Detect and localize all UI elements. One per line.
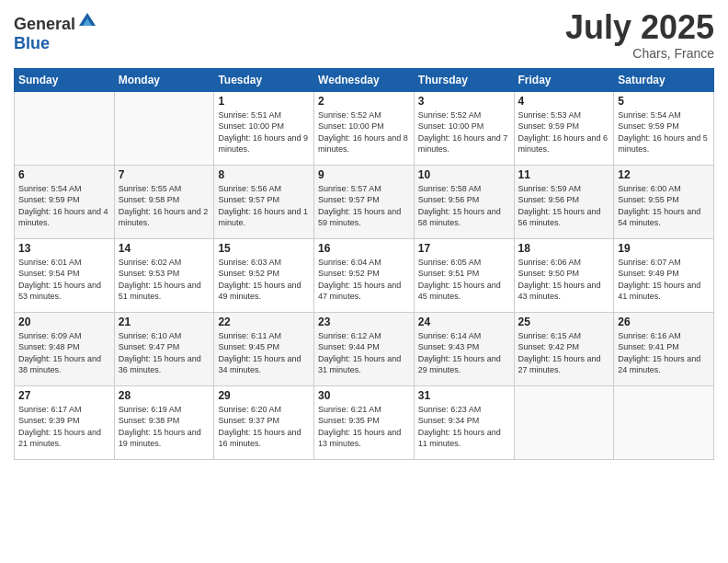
table-row: 8Sunrise: 5:56 AMSunset: 9:57 PMDaylight… [214, 165, 314, 238]
table-row: 26Sunrise: 6:16 AMSunset: 9:41 PMDayligh… [614, 312, 714, 385]
logo-general-text: General [14, 15, 75, 33]
day-info: Sunrise: 6:09 AMSunset: 9:48 PMDaylight:… [18, 330, 110, 376]
day-info: Sunrise: 6:16 AMSunset: 9:41 PMDaylight:… [618, 330, 710, 376]
day-info: Sunrise: 6:11 AMSunset: 9:45 PMDaylight:… [218, 330, 310, 376]
table-row: 31Sunrise: 6:23 AMSunset: 9:34 PMDayligh… [414, 385, 514, 459]
table-row: 22Sunrise: 6:11 AMSunset: 9:45 PMDayligh… [214, 312, 314, 385]
logo-blue-text: Blue [14, 34, 50, 52]
day-info: Sunrise: 6:03 AMSunset: 9:52 PMDaylight:… [218, 257, 310, 303]
day-info: Sunrise: 5:58 AMSunset: 9:56 PMDaylight:… [418, 183, 510, 229]
calendar-week-row: 27Sunrise: 6:17 AMSunset: 9:39 PMDayligh… [15, 385, 714, 459]
day-number: 14 [119, 242, 210, 255]
day-number: 23 [318, 316, 410, 328]
day-number: 15 [218, 242, 310, 255]
day-info: Sunrise: 6:02 AMSunset: 9:53 PMDaylight:… [119, 257, 210, 303]
location: Chars, France [565, 46, 714, 61]
day-info: Sunrise: 6:07 AMSunset: 9:49 PMDaylight:… [618, 257, 710, 303]
day-number: 3 [418, 95, 510, 108]
day-info: Sunrise: 6:12 AMSunset: 9:44 PMDaylight:… [318, 330, 410, 376]
table-row: 11Sunrise: 5:59 AMSunset: 9:56 PMDayligh… [514, 165, 614, 238]
header: General Blue July 2025 Chars, France [14, 9, 714, 61]
calendar-header-row: Sunday Monday Tuesday Wednesday Thursday… [15, 68, 714, 91]
table-row: 27Sunrise: 6:17 AMSunset: 9:39 PMDayligh… [15, 385, 115, 459]
day-info: Sunrise: 6:19 AMSunset: 9:38 PMDaylight:… [119, 404, 210, 450]
day-number: 16 [318, 242, 410, 255]
day-info: Sunrise: 6:01 AMSunset: 9:54 PMDaylight:… [18, 257, 110, 303]
calendar-week-row: 20Sunrise: 6:09 AMSunset: 9:48 PMDayligh… [15, 312, 714, 385]
col-sunday: Sunday [15, 68, 115, 91]
table-row: 18Sunrise: 6:06 AMSunset: 9:50 PMDayligh… [514, 238, 614, 312]
day-number: 17 [418, 242, 510, 255]
table-row: 24Sunrise: 6:14 AMSunset: 9:43 PMDayligh… [414, 312, 514, 385]
table-row: 6Sunrise: 5:54 AMSunset: 9:59 PMDaylight… [15, 165, 115, 238]
table-row: 15Sunrise: 6:03 AMSunset: 9:52 PMDayligh… [214, 238, 314, 312]
day-number: 12 [618, 168, 710, 181]
table-row: 14Sunrise: 6:02 AMSunset: 9:53 PMDayligh… [114, 238, 214, 312]
day-info: Sunrise: 6:05 AMSunset: 9:51 PMDaylight:… [418, 257, 510, 303]
calendar-week-row: 13Sunrise: 6:01 AMSunset: 9:54 PMDayligh… [15, 238, 714, 312]
table-row [15, 91, 115, 165]
logo: General Blue [14, 9, 97, 53]
day-number: 21 [119, 316, 210, 328]
day-number: 8 [218, 168, 310, 181]
day-number: 13 [18, 242, 110, 255]
day-number: 1 [218, 95, 310, 108]
table-row: 21Sunrise: 6:10 AMSunset: 9:47 PMDayligh… [114, 312, 214, 385]
day-info: Sunrise: 6:06 AMSunset: 9:50 PMDaylight:… [518, 257, 610, 303]
table-row: 16Sunrise: 6:04 AMSunset: 9:52 PMDayligh… [314, 238, 415, 312]
day-number: 5 [618, 95, 710, 108]
day-number: 27 [18, 389, 110, 402]
day-info: Sunrise: 6:21 AMSunset: 9:35 PMDaylight:… [318, 404, 410, 450]
day-number: 7 [119, 168, 210, 181]
table-row: 19Sunrise: 6:07 AMSunset: 9:49 PMDayligh… [614, 238, 714, 312]
table-row: 2Sunrise: 5:52 AMSunset: 10:00 PMDayligh… [314, 91, 415, 165]
calendar-week-row: 6Sunrise: 5:54 AMSunset: 9:59 PMDaylight… [15, 165, 714, 238]
day-info: Sunrise: 5:54 AMSunset: 9:59 PMDaylight:… [618, 109, 710, 155]
day-info: Sunrise: 6:15 AMSunset: 9:42 PMDaylight:… [518, 330, 610, 376]
day-number: 31 [418, 389, 510, 402]
day-info: Sunrise: 5:54 AMSunset: 9:59 PMDaylight:… [18, 183, 110, 229]
col-saturday: Saturday [614, 68, 714, 91]
day-info: Sunrise: 5:52 AMSunset: 10:00 PMDaylight… [418, 109, 510, 155]
table-row: 5Sunrise: 5:54 AMSunset: 9:59 PMDaylight… [614, 91, 714, 165]
day-info: Sunrise: 5:51 AMSunset: 10:00 PMDaylight… [218, 109, 310, 155]
month-year: July 2025 [565, 9, 714, 46]
logo-icon [77, 9, 97, 29]
day-number: 9 [318, 168, 410, 181]
title-block: July 2025 Chars, France [565, 9, 714, 61]
day-info: Sunrise: 6:00 AMSunset: 9:55 PMDaylight:… [618, 183, 710, 229]
day-number: 4 [518, 95, 610, 108]
page: General Blue July 2025 Chars, France Sun… [0, 0, 728, 563]
day-info: Sunrise: 5:53 AMSunset: 9:59 PMDaylight:… [518, 109, 610, 155]
col-wednesday: Wednesday [314, 68, 415, 91]
day-number: 22 [218, 316, 310, 328]
day-info: Sunrise: 6:04 AMSunset: 9:52 PMDaylight:… [318, 257, 410, 303]
table-row: 3Sunrise: 5:52 AMSunset: 10:00 PMDayligh… [414, 91, 514, 165]
col-monday: Monday [114, 68, 214, 91]
table-row: 13Sunrise: 6:01 AMSunset: 9:54 PMDayligh… [15, 238, 115, 312]
day-number: 25 [518, 316, 610, 328]
table-row: 10Sunrise: 5:58 AMSunset: 9:56 PMDayligh… [414, 165, 514, 238]
day-number: 11 [518, 168, 610, 181]
table-row [614, 385, 714, 459]
table-row: 20Sunrise: 6:09 AMSunset: 9:48 PMDayligh… [15, 312, 115, 385]
table-row: 9Sunrise: 5:57 AMSunset: 9:57 PMDaylight… [314, 165, 415, 238]
day-number: 30 [318, 389, 410, 402]
day-number: 26 [618, 316, 710, 328]
day-info: Sunrise: 5:57 AMSunset: 9:57 PMDaylight:… [318, 183, 410, 229]
day-number: 28 [119, 389, 210, 402]
day-number: 19 [618, 242, 710, 255]
table-row: 17Sunrise: 6:05 AMSunset: 9:51 PMDayligh… [414, 238, 514, 312]
table-row: 25Sunrise: 6:15 AMSunset: 9:42 PMDayligh… [514, 312, 614, 385]
col-thursday: Thursday [414, 68, 514, 91]
day-info: Sunrise: 6:20 AMSunset: 9:37 PMDaylight:… [218, 404, 310, 450]
day-number: 24 [418, 316, 510, 328]
table-row: 1Sunrise: 5:51 AMSunset: 10:00 PMDayligh… [214, 91, 314, 165]
table-row: 12Sunrise: 6:00 AMSunset: 9:55 PMDayligh… [614, 165, 714, 238]
day-number: 18 [518, 242, 610, 255]
day-info: Sunrise: 6:10 AMSunset: 9:47 PMDaylight:… [119, 330, 210, 376]
calendar-week-row: 1Sunrise: 5:51 AMSunset: 10:00 PMDayligh… [15, 91, 714, 165]
calendar: Sunday Monday Tuesday Wednesday Thursday… [14, 68, 714, 460]
table-row: 4Sunrise: 5:53 AMSunset: 9:59 PMDaylight… [514, 91, 614, 165]
col-tuesday: Tuesday [214, 68, 314, 91]
